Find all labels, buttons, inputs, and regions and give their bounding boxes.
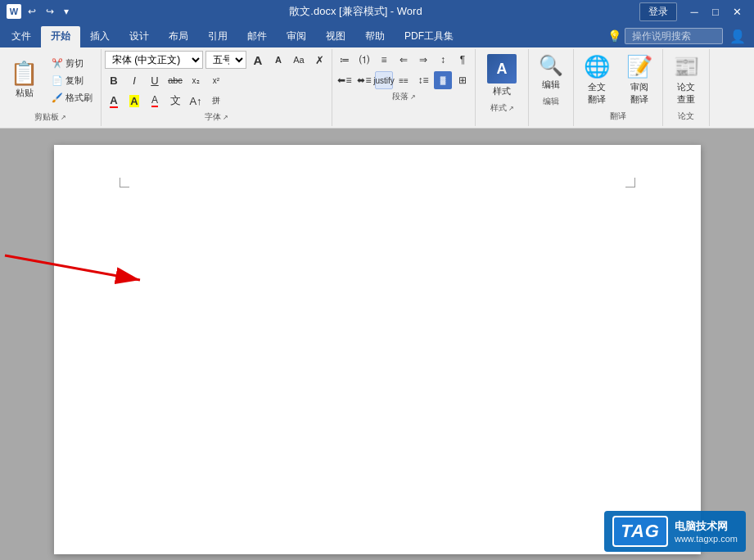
tab-layout[interactable]: 布局 <box>159 26 198 47</box>
font-size-select[interactable]: 五号 <box>205 51 246 69</box>
font-name-select[interactable]: 宋体 (中文正文) <box>105 51 203 69</box>
show-marks-button[interactable]: ¶ <box>454 51 472 69</box>
subscript-button[interactable]: x₂ <box>187 71 205 89</box>
tab-pdf-tools[interactable]: PDF工具集 <box>395 26 463 47</box>
thesis-lookup-button[interactable]: 📰 论文查重 <box>666 51 706 109</box>
font-color2-button[interactable]: A <box>146 92 164 110</box>
tab-insert[interactable]: 插入 <box>80 26 120 47</box>
thesis-group: 📰 论文查重 论文 <box>663 49 710 126</box>
tab-mailings[interactable]: 邮件 <box>237 26 277 47</box>
borders-button[interactable]: ⊞ <box>454 71 472 89</box>
format-painter-icon: 🖌️ <box>52 93 63 103</box>
tab-design[interactable]: 设计 <box>120 26 159 47</box>
font-pinyin-button[interactable]: 拼 <box>207 92 225 110</box>
cut-icon: ✂️ <box>52 58 63 69</box>
align-left-button[interactable]: ⬅≡ <box>336 71 354 89</box>
customize-qat-button[interactable]: ▾ <box>61 4 72 19</box>
format-painter-button[interactable]: 🖌️ 格式刷 <box>48 90 96 106</box>
clipboard-expand-icon[interactable]: ↗ <box>61 114 66 121</box>
svg-line-1 <box>5 255 140 280</box>
shrink-font-button[interactable]: A <box>269 51 287 69</box>
paste-icon: 📋 <box>10 62 38 85</box>
clipboard-group: 📋 粘贴 ✂️ 剪切 📄 复制 🖌️ 格式刷 剪贴板 ↗ <box>0 49 102 126</box>
styles-button[interactable]: A 样式 <box>479 51 525 101</box>
tab-file[interactable]: 文件 <box>2 26 41 47</box>
paste-button[interactable]: 📋 粘贴 <box>3 59 45 102</box>
font-color-button[interactable]: A <box>105 92 123 110</box>
minimize-button[interactable]: ─ <box>684 0 705 23</box>
font-expand-icon[interactable]: ↗ <box>223 114 228 121</box>
clear-format-button[interactable]: ✗ <box>310 51 328 69</box>
close-button[interactable]: ✕ <box>726 0 747 23</box>
watermark-url: www.tagxp.com <box>675 534 738 544</box>
thesis-group-content: 📰 论文查重 <box>666 51 706 109</box>
user-icon[interactable]: 👤 <box>723 29 752 44</box>
window-title: 散文.docx [兼容模式] - Word <box>72 4 639 19</box>
translate-group: 🌐 全文翻译 📝 审阅翻译 翻译 <box>574 49 663 126</box>
translate-icon: 🌐 <box>584 54 610 79</box>
document-page[interactable] <box>54 145 701 554</box>
indent-increase-button[interactable]: ⇒ <box>414 51 432 69</box>
cut-button[interactable]: ✂️ 剪切 <box>48 56 96 71</box>
full-translate-label: 全文翻译 <box>588 81 606 106</box>
watermark-site-name: 电脑技术网 <box>675 519 728 534</box>
bullets-button[interactable]: ≔ <box>336 51 354 69</box>
superscript-button[interactable]: x² <box>207 71 225 89</box>
justify-button[interactable]: ≡≡ <box>395 71 413 89</box>
highlight-button[interactable]: A <box>125 92 143 110</box>
paste-label: 粘贴 <box>16 87 34 99</box>
paragraph-row1: ≔ ⑴ ≡ ⇐ ⇒ ↕ ¶ <box>336 51 472 69</box>
tab-help[interactable]: 帮助 <box>355 26 395 47</box>
editing-group-content: 🔍 编辑 <box>532 51 570 94</box>
clipboard-sub-buttons: ✂️ 剪切 📄 复制 🖌️ 格式刷 <box>47 54 97 107</box>
tab-view[interactable]: 视图 <box>316 26 355 47</box>
lightbulb-icon: 💡 <box>607 29 621 43</box>
search-input[interactable] <box>625 28 723 44</box>
undo-button[interactable]: ↩ <box>25 4 39 19</box>
font-group: 宋体 (中文正文) 五号 A A Aa ✗ B I U abc x₂ x² <box>102 49 332 126</box>
font-settings-button[interactable]: A↑ <box>187 92 205 110</box>
underline-button[interactable]: U <box>146 71 164 89</box>
full-translate-button[interactable]: 🌐 全文翻译 <box>577 51 616 109</box>
tab-references[interactable]: 引用 <box>198 26 237 47</box>
align-right-button[interactable]: justify <box>375 71 393 89</box>
change-case-button[interactable]: Aa <box>290 51 308 69</box>
font-row3: A A A 文 A↑ 拼 <box>105 92 328 110</box>
restore-button[interactable]: □ <box>705 0 726 23</box>
styles-group-label: 样式 ↗ <box>479 101 525 115</box>
strikethrough-button[interactable]: abc <box>166 71 184 89</box>
indent-decrease-button[interactable]: ⇐ <box>395 51 413 69</box>
thesis-icon: 📰 <box>673 54 699 79</box>
tab-review[interactable]: 审阅 <box>277 26 316 47</box>
sort-button[interactable]: ↕ <box>434 51 452 69</box>
redo-button[interactable]: ↪ <box>43 4 57 19</box>
copy-button[interactable]: 📄 复制 <box>48 73 96 88</box>
font-row1: 宋体 (中文正文) 五号 A A Aa ✗ <box>105 51 328 69</box>
styles-expand-icon[interactable]: ↗ <box>508 105 514 112</box>
font-wf-button[interactable]: 文 <box>166 92 184 110</box>
translate-group-label: 翻译 <box>577 109 659 124</box>
watermark-text: 电脑技术网 www.tagxp.com <box>675 519 738 544</box>
bold-button[interactable]: B <box>105 71 123 89</box>
review-translate-button[interactable]: 📝 审阅翻译 <box>620 51 659 109</box>
title-bar: W ↩ ↪ ▾ 散文.docx [兼容模式] - Word 登录 ─ □ ✕ <box>0 0 754 23</box>
numbering-button[interactable]: ⑴ <box>355 51 373 69</box>
font-row2: B I U abc x₂ x² <box>105 71 328 89</box>
line-spacing-button[interactable]: ↕≡ <box>414 71 432 89</box>
multilevel-button[interactable]: ≡ <box>375 51 393 69</box>
editing-group: 🔍 编辑 编辑 <box>529 49 574 126</box>
paragraph-group-content: ≔ ⑴ ≡ ⇐ ⇒ ↕ ¶ ⬅≡ ⬌≡ justify ≡≡ ↕≡ ▓ ⊞ <box>336 51 472 89</box>
ribbon-search-area: 💡 👤 <box>607 28 752 47</box>
grow-font-button[interactable]: A <box>249 51 267 69</box>
paragraph-expand-icon[interactable]: ↗ <box>410 93 416 101</box>
editing-button[interactable]: 🔍 编辑 <box>532 51 570 94</box>
italic-button[interactable]: I <box>125 71 143 89</box>
align-center-button[interactable]: ⬌≡ <box>355 71 373 89</box>
paragraph-group: ≔ ⑴ ≡ ⇐ ⇒ ↕ ¶ ⬅≡ ⬌≡ justify ≡≡ ↕≡ ▓ ⊞ 段落… <box>332 49 476 126</box>
login-button[interactable]: 登录 <box>639 2 677 21</box>
corner-mark-top-right <box>625 178 635 187</box>
watermark: TAG 电脑技术网 www.tagxp.com <box>604 511 746 552</box>
shading-button[interactable]: ▓ <box>434 71 452 89</box>
tab-home[interactable]: 开始 <box>41 26 80 47</box>
watermark-tag: TAG <box>612 516 668 547</box>
